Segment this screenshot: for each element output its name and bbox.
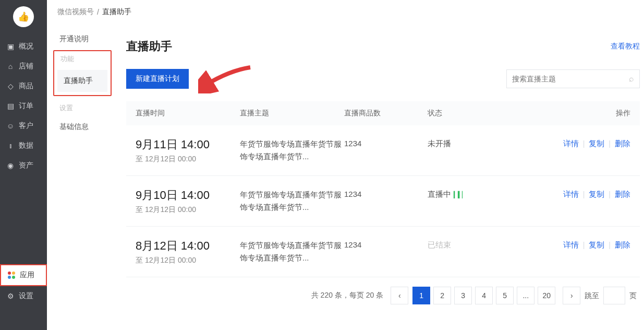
row-datetime-end: 至 12月12日 00:00 <box>136 155 240 164</box>
table-row: 9月11日 14:00至 12月12日 00:00年货节服饰专场直播年货节服饰专… <box>126 125 640 176</box>
action-detail[interactable]: 详情 <box>563 190 579 198</box>
table-row: 8月12日 14:00至 12月12日 00:00年货节服饰专场直播年货节服饰专… <box>126 227 640 277</box>
row-actions: 详情|复制|删除 <box>527 238 630 250</box>
row-datetime-end: 至 12月12日 00:00 <box>136 205 240 215</box>
action-delete[interactable]: 删除 <box>615 190 630 198</box>
th-time: 直播时间 <box>136 109 240 118</box>
pager-jump: 跳至 页 <box>585 287 637 304</box>
side-menu-section-open[interactable]: 开通说明 <box>53 34 112 50</box>
pager-page[interactable]: 4 <box>475 287 493 304</box>
th-topic: 直播主题 <box>240 109 344 118</box>
action-copy[interactable]: 复制 <box>589 139 604 148</box>
logo: 👍 <box>13 6 34 27</box>
table: 直播时间 直播主题 直播商品数 状态 操作 9月11日 14:00至 12月12… <box>126 101 640 277</box>
breadcrumb-current: 直播助手 <box>102 7 131 17</box>
pager-page[interactable]: 20 <box>538 287 555 304</box>
side-menu: 开通说明 功能 直播助手 设置 基础信息 <box>53 24 112 315</box>
search-icon: ⌕ <box>629 74 634 84</box>
row-actions: 详情|复制|删除 <box>527 187 630 199</box>
gear-icon: ⚙ <box>6 292 15 300</box>
shop-icon: ⌂ <box>6 62 15 70</box>
breadcrumb: 微信视频号 / 直播助手 <box>47 0 644 24</box>
tv-icon: ▣ <box>6 42 15 51</box>
annotation-box-live-helper: 功能 直播助手 <box>53 50 112 96</box>
row-topic: 年货节服饰专场直播年货节服饰专场直播年货节... <box>240 187 344 214</box>
view-tutorial-link[interactable]: 查看教程 <box>611 42 640 51</box>
action-delete[interactable]: 删除 <box>615 240 630 249</box>
table-row: 9月10日 14:00至 12月12日 00:00年货节服饰专场直播年货节服饰专… <box>126 176 640 227</box>
side-menu-group-settings: 设置 <box>53 100 112 116</box>
pager-page: ... <box>517 287 534 304</box>
svg-point-0 <box>8 272 11 275</box>
row-count: 1234 <box>344 187 428 198</box>
breadcrumb-root[interactable]: 微信视频号 <box>57 7 94 17</box>
action-detail[interactable]: 详情 <box>563 240 579 249</box>
content: 直播助手 查看教程 新建直播计划 <box>112 24 644 315</box>
row-topic: 年货节服饰专场直播年货节服饰专场直播年货节... <box>240 137 344 163</box>
pager-jump-input[interactable] <box>603 287 625 304</box>
user-icon: ☺ <box>6 122 15 130</box>
row-status: 直播中▎▍▏ <box>428 187 527 199</box>
pager-info: 共 220 条，每页 20 条 <box>311 291 384 300</box>
side-menu-item-basic-info[interactable]: 基础信息 <box>53 116 112 138</box>
list-icon: ▤ <box>6 102 15 110</box>
nav-item-assets[interactable]: ◉资产 <box>0 156 47 175</box>
row-count: 1234 <box>344 238 428 249</box>
live-indicator-icon: ▎▍▏ <box>454 191 466 198</box>
row-status: 已结束 <box>428 238 527 250</box>
nav-item-data[interactable]: ⫾数据 <box>0 136 47 156</box>
row-datetime: 9月10日 14:00 <box>136 187 240 203</box>
pager-page[interactable]: 5 <box>496 287 514 304</box>
pager-page[interactable]: 3 <box>454 287 472 304</box>
breadcrumb-sep: / <box>97 8 99 16</box>
side-menu-item-live-helper[interactable]: 直播助手 <box>57 70 107 92</box>
nav-item-apps[interactable]: 应用 <box>0 264 47 286</box>
th-action: 操作 <box>527 109 630 118</box>
new-live-plan-button[interactable]: 新建直播计划 <box>126 69 189 89</box>
pager-prev[interactable]: ‹ <box>391 287 408 304</box>
row-status: 未开播 <box>428 137 527 149</box>
page-title: 直播助手 <box>126 39 172 54</box>
nav-item-shop[interactable]: ⌂店铺 <box>0 56 47 76</box>
left-nav: 👍 ▣概况 ⌂店铺 ◇商品 ▤订单 ☺客户 ⫾数据 ◉资产 应用 ⚙设置 <box>0 0 47 330</box>
svg-point-2 <box>8 276 11 279</box>
apps-icon <box>7 271 16 279</box>
th-count: 直播商品数 <box>344 109 428 118</box>
nav-item-overview[interactable]: ▣概况 <box>0 37 47 56</box>
row-topic: 年货节服饰专场直播年货节服饰专场直播年货节... <box>240 238 344 264</box>
svg-point-3 <box>12 276 15 279</box>
th-status: 状态 <box>428 109 527 118</box>
search-box[interactable]: ⌕ <box>506 69 640 88</box>
action-copy[interactable]: 复制 <box>589 240 604 249</box>
tag-icon: ◇ <box>6 82 15 90</box>
row-datetime: 8月12日 14:00 <box>136 238 240 254</box>
row-actions: 详情|复制|删除 <box>527 137 630 149</box>
chart-icon: ⫾ <box>6 142 15 150</box>
svg-point-1 <box>12 272 15 275</box>
action-copy[interactable]: 复制 <box>589 190 604 198</box>
search-input[interactable] <box>512 75 629 83</box>
table-header: 直播时间 直播主题 直播商品数 状态 操作 <box>126 101 640 125</box>
coin-icon: ◉ <box>6 161 15 170</box>
side-menu-group-func: 功能 <box>54 51 111 67</box>
nav-item-orders[interactable]: ▤订单 <box>0 96 47 116</box>
row-datetime: 9月11日 14:00 <box>136 137 240 152</box>
pager: 共 220 条，每页 20 条 ‹ 12345...20 › 跳至 页 <box>126 277 640 304</box>
action-detail[interactable]: 详情 <box>563 139 579 148</box>
pager-page[interactable]: 2 <box>433 287 451 304</box>
row-datetime-end: 至 12月12日 00:00 <box>136 256 240 265</box>
pager-page[interactable]: 1 <box>412 287 430 304</box>
nav-item-goods[interactable]: ◇商品 <box>0 76 47 96</box>
nav-item-customers[interactable]: ☺客户 <box>0 116 47 136</box>
nav-item-settings[interactable]: ⚙设置 <box>0 286 47 306</box>
action-delete[interactable]: 删除 <box>615 139 630 148</box>
row-count: 1234 <box>344 137 428 148</box>
pager-next[interactable]: › <box>563 287 580 304</box>
